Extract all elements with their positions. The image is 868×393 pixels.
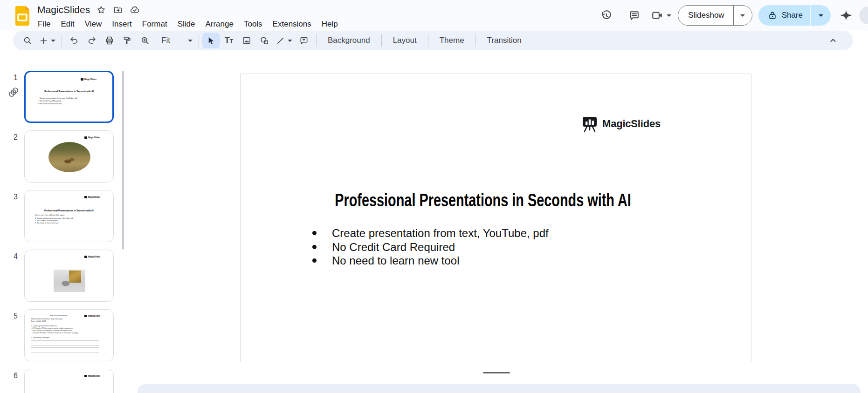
caret-down-icon [288,40,292,42]
toolbar-divider [316,34,317,47]
bullet-item: Create presentation from text, YouTube, … [310,226,665,240]
slide-body-textbox[interactable]: Create presentation from text, YouTube, … [310,226,665,268]
insert-comment-icon[interactable] [295,33,313,48]
insert-image-icon[interactable] [238,33,255,48]
grayscale-deer-photo [54,270,85,292]
slide-thumbnail-3[interactable]: MagicSlides Professional Presentations i… [24,190,114,242]
bullet-item: No need to learn new tool [310,254,665,268]
account-avatar[interactable] [859,6,868,25]
rings-icon [8,87,19,98]
layout-button[interactable]: Layout [385,33,425,48]
print-icon[interactable] [101,33,118,48]
move-to-folder-icon[interactable] [110,4,125,16]
plus-icon [39,36,48,45]
menu-format[interactable]: Format [137,18,172,30]
menu-extensions[interactable]: Extensions [268,18,317,30]
share-button[interactable]: Share [758,5,810,26]
orange-selection-square [69,271,81,283]
cloud-saved-icon[interactable] [127,4,142,16]
thumb-logo: MagicSlides [84,196,100,198]
insert-line-tool[interactable] [273,33,295,48]
transition-button[interactable]: Transition [479,33,530,48]
magicslides-mini-logo-icon [84,196,87,198]
magicslides-mini-logo-icon [81,78,83,81]
caret-down-icon [819,14,823,17]
paint-format-icon[interactable] [118,33,136,48]
toolbar-divider [62,34,62,47]
menu-help[interactable]: Help [317,18,343,30]
select-tool-icon[interactable] [202,33,220,48]
thumb-header: End of the Presentation [50,315,68,317]
open-comments-icon[interactable] [623,5,645,26]
slide-thumbnail-6[interactable]: MagicSlides [24,369,114,393]
thumb-title: Professional Presentations in Seconds wi… [40,90,98,93]
speaker-notes-panel[interactable] [138,384,861,393]
speaker-notes-resize-handle[interactable] [483,372,510,373]
zoom-icon[interactable] [136,33,154,48]
menu-insert[interactable]: Insert [107,18,137,30]
gemini-sparkle-icon[interactable] [836,6,856,25]
menu-arrange[interactable]: Arrange [200,18,238,30]
slide-thumbnail-5[interactable]: MagicSlides End of the Presentation Mark… [24,309,114,361]
caret-down-icon [740,14,745,17]
join-call-caret-icon [667,14,671,17]
redo-icon[interactable] [83,33,101,48]
thumb-text-lines [31,340,99,352]
theme-button[interactable]: Theme [432,33,472,48]
join-call-button[interactable] [651,9,671,21]
share-split-button: Share [758,5,831,26]
slideshow-label: Slideshow [688,11,724,20]
app-header: MagicSlides File Edit [0,0,868,31]
thumb-logo: MagicSlides [84,136,100,139]
slide-canvas-area: MagicSlides Professional Presentations i… [131,50,868,393]
search-menus-icon[interactable] [19,33,36,48]
new-slide-button[interactable] [36,33,58,48]
toolbar-divider [475,34,476,47]
menu-edit[interactable]: Edit [55,18,79,30]
hide-menus-icon[interactable] [824,33,842,48]
slide-thumbnail-2[interactable]: MagicSlides [24,130,114,183]
caret-down-icon [51,40,55,42]
magicslides-logo-icon [581,116,598,132]
menu-tools[interactable]: Tools [239,18,268,30]
slide-page[interactable]: MagicSlides Professional Presentations i… [240,74,751,362]
version-history-icon[interactable] [595,5,617,26]
zoom-fit-select[interactable]: Fit [154,33,195,48]
slide-thumbnail-1[interactable]: MagicSlides Professional Presentations i… [24,71,114,123]
line-icon [276,36,285,45]
lock-icon [768,11,777,20]
slideshow-split-button: Slideshow [678,5,752,26]
document-title[interactable]: MagicSlides [35,4,92,15]
thumb-title: Professional Presentations in Seconds wi… [39,209,99,212]
slideshow-options-caret[interactable] [733,6,752,25]
menu-file[interactable]: File [33,18,55,30]
google-slides-logo-icon[interactable] [14,5,31,27]
filmstrip-scrollbar[interactable] [122,71,124,250]
thumb-subtitle: Never start from a blank slide again. [35,214,65,217]
menu-slide[interactable]: Slide [172,18,200,30]
magicslides-mini-logo-icon [84,315,87,317]
caret-down-icon [188,40,193,42]
slide-thumbnail-4[interactable]: MagicSlides [24,250,114,302]
thumb-logo: MagicSlides [84,315,100,317]
slide-number: 6 [5,372,18,380]
main-toolbar: Fit TT Background Layout Theme [13,31,853,50]
menu-bar: File Edit View Insert Format Slide Arran… [33,17,343,31]
insert-shape-icon[interactable] [255,33,273,48]
slide-logo-object[interactable]: MagicSlides [581,116,661,132]
undo-icon[interactable] [65,33,83,48]
text-box-tool-icon[interactable]: TT [220,33,238,48]
bullet-item: No Credit Card Required [310,240,665,254]
star-document-icon[interactable] [94,4,109,16]
share-options-caret[interactable] [810,5,831,26]
magicslides-mini-logo-icon [84,136,87,139]
slideshow-button[interactable]: Slideshow [678,6,733,25]
share-label: Share [782,11,803,20]
magicslides-mini-logo-icon [84,375,87,377]
slide-number: 2 [5,133,18,142]
zoom-fit-value: Fit [157,36,172,45]
background-button[interactable]: Background [320,33,378,48]
slide-title-textbox[interactable]: Professional Presentations in Seconds wi… [331,190,634,210]
menu-view[interactable]: View [80,18,107,30]
thumb-logo: MagicSlides [84,375,100,377]
